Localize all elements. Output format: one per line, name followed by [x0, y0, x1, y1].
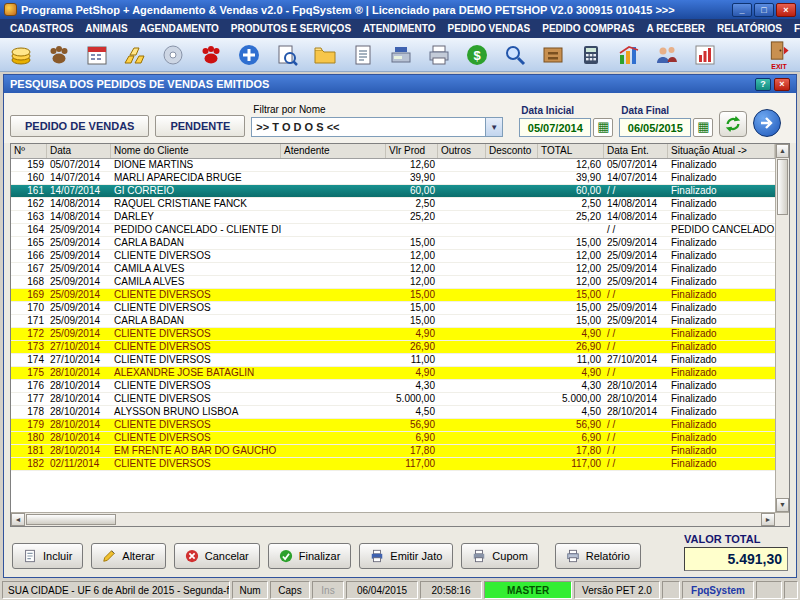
vertical-scrollbar[interactable]: ▲ ▼ — [775, 144, 789, 512]
clients-people-icon[interactable] — [652, 40, 682, 70]
table-row[interactable]: 16014/07/2014MARLI APARECIDA BRUGE39,903… — [11, 172, 775, 185]
table-row[interactable]: 16314/08/2014DARLEY25,2025,2014/08/2014F… — [11, 211, 775, 224]
table-row[interactable]: 17125/09/2014CARLA BADAN15,0015,0025/09/… — [11, 315, 775, 328]
table-row[interactable]: 16925/09/2014CLIENTE DIVERSOS15,0015,00/… — [11, 289, 775, 302]
col-data-ent[interactable]: Data Ent. — [604, 144, 668, 158]
scroll-down-icon[interactable]: ▼ — [776, 498, 789, 512]
chevron-down-icon[interactable]: ▼ — [485, 118, 502, 136]
col-desconto[interactable]: Desconto — [486, 144, 538, 158]
calendar-icon[interactable]: ▦ — [693, 118, 713, 137]
calendar-icon[interactable]: ▦ — [593, 118, 613, 137]
panel-close-icon[interactable]: × — [774, 78, 790, 91]
table-row[interactable]: 16214/08/2014RAQUEL CRISTIANE FANCK2,502… — [11, 198, 775, 211]
menu-item-relatorios[interactable]: RELATÓRIOS — [711, 23, 788, 34]
cupom-button[interactable]: Cupom — [461, 543, 538, 569]
search-document-icon[interactable] — [272, 40, 302, 70]
relatorio-button[interactable]: Relatório — [555, 543, 641, 569]
drawer-icon[interactable] — [538, 40, 568, 70]
alterar-button[interactable]: Alterar — [91, 543, 165, 569]
menu-item-produtos-servicos[interactable]: PRODUTOS E SERVIÇOS — [225, 23, 357, 34]
date-start-input[interactable]: 05/07/2014 — [519, 118, 591, 137]
status-date: 06/04/2015 — [346, 581, 418, 599]
panel-help-icon[interactable]: ? — [755, 78, 771, 91]
media-disc-icon[interactable] — [158, 40, 188, 70]
orders-folder-icon[interactable] — [310, 40, 340, 70]
scroll-up-icon[interactable]: ▲ — [776, 144, 789, 158]
resize-grip[interactable] — [784, 581, 798, 599]
menu-item-cadastros[interactable]: CADASTROS — [4, 23, 79, 34]
table-row[interactable]: 17728/10/2014CLIENTE DIVERSOS5.000,005.0… — [11, 393, 775, 406]
cancelar-button[interactable]: Cancelar — [174, 543, 260, 569]
table-row[interactable]: 16725/09/2014CAMILA ALVES12,0012,0025/09… — [11, 263, 775, 276]
table-row[interactable]: 17828/10/2014ALYSSON BRUNO LISBOA4,504,5… — [11, 406, 775, 419]
finalizar-button[interactable]: Finalizar — [268, 543, 352, 569]
table-row[interactable]: 17025/09/2014CLIENTE DIVERSOS15,0015,002… — [11, 302, 775, 315]
menu-item-animais[interactable]: ANIMAIS — [79, 23, 133, 34]
horizontal-scrollbar[interactable]: ◄ ► — [11, 512, 789, 526]
table-row[interactable]: 17225/09/2014CLIENTE DIVERSOS4,904,90/ /… — [11, 328, 775, 341]
cell-n: 164 — [11, 224, 47, 236]
receivables-dollar-icon[interactable]: $ — [462, 40, 492, 70]
printer-icon[interactable] — [424, 40, 454, 70]
date-end-input[interactable]: 06/05/2015 — [619, 118, 691, 137]
table-row[interactable]: 17928/10/2014CLIENTE DIVERSOS56,9056,90/… — [11, 419, 775, 432]
menu-item-pedido-compras[interactable]: PEDIDO COMPRAS — [536, 23, 640, 34]
col-total[interactable]: TOTAL — [538, 144, 604, 158]
col-outros[interactable]: Outros — [438, 144, 486, 158]
table-row[interactable]: 17427/10/2014CLIENTE DIVERSOS11,0011,002… — [11, 354, 775, 367]
go-button[interactable] — [753, 109, 781, 137]
animals-paw-icon[interactable] — [44, 40, 74, 70]
table-row[interactable]: 18128/10/2014EM FRENTE AO BAR DO GAUCHO1… — [11, 445, 775, 458]
table-row[interactable]: 18028/10/2014CLIENTE DIVERSOS6,906,90/ /… — [11, 432, 775, 445]
tab-pedido-de-vendas[interactable]: PEDIDO DE VENDAS — [10, 115, 149, 137]
table-row[interactable]: 16825/09/2014CAMILA ALVES12,0012,0025/09… — [11, 276, 775, 289]
filter-name-select[interactable]: >> T O D O S << ▼ — [251, 117, 503, 137]
table-row[interactable]: 15905/07/2014DIONE MARTINS12,6012,6005/0… — [11, 159, 775, 172]
vet-add-icon[interactable] — [234, 40, 264, 70]
exit-door-icon[interactable]: EXIT — [764, 40, 794, 70]
reports-chart-icon[interactable] — [690, 40, 720, 70]
col-cliente[interactable]: Nome do Cliente — [111, 144, 281, 158]
table-row[interactable]: 17528/10/2014ALEXANDRE JOSE BATAGLIN4,90… — [11, 367, 775, 380]
col-data[interactable]: Data — [47, 144, 111, 158]
menu-item-agendamento[interactable]: AGENDAMENTO — [134, 23, 225, 34]
tab-pendente[interactable]: PENDENTE — [155, 115, 245, 137]
maximize-icon[interactable]: □ — [754, 3, 774, 17]
table-row[interactable]: 17327/10/2014CLIENTE DIVERSOS26,9026,90/… — [11, 341, 775, 354]
sales-coins-icon[interactable] — [6, 40, 36, 70]
menu-item-pedido-vendas[interactable]: PEDIDO VENDAS — [441, 23, 536, 34]
table-row[interactable]: 17628/10/2014CLIENTE DIVERSOS4,304,3028/… — [11, 380, 775, 393]
refresh-button[interactable] — [719, 111, 747, 137]
cash-register-icon[interactable] — [386, 40, 416, 70]
horizontal-scroll-thumb[interactable] — [26, 514, 116, 525]
table-row[interactable]: 16525/09/2014CARLA BADAN15,0015,0025/09/… — [11, 237, 775, 250]
calculator-icon[interactable] — [576, 40, 606, 70]
search-icon[interactable] — [500, 40, 530, 70]
cell-ent: 28/10/2014 — [604, 380, 668, 392]
finance-chart-icon[interactable] — [614, 40, 644, 70]
minimize-icon[interactable]: _ — [732, 3, 752, 17]
table-row[interactable]: 16425/09/2014PEDIDO CANCELADO - CLIENTE … — [11, 224, 775, 237]
col-situacao[interactable]: Situação Atual -> — [668, 144, 775, 158]
col-vlr-prod[interactable]: Vlr Prod — [386, 144, 438, 158]
close-icon[interactable]: × — [776, 3, 796, 17]
emitir-jato-button[interactable]: Emitir Jato — [359, 543, 453, 569]
vertical-scroll-thumb[interactable] — [777, 159, 788, 215]
incluir-button[interactable]: Incluir — [12, 543, 83, 569]
gold-bars-icon[interactable] — [120, 40, 150, 70]
col-atendente[interactable]: Atendente — [281, 144, 386, 158]
table-row[interactable]: 18202/11/2014CLIENTE DIVERSOS117,00117,0… — [11, 458, 775, 471]
purchase-document-icon[interactable] — [348, 40, 378, 70]
table-row[interactable]: 16114/07/2014GI CORREIO60,0060,00/ /Fina… — [11, 185, 775, 198]
agenda-calendar-icon[interactable] — [82, 40, 112, 70]
cell-vlr: 15,00 — [386, 289, 438, 301]
attendance-paw-icon[interactable] — [196, 40, 226, 70]
col-numero[interactable]: Nº — [11, 144, 47, 158]
scroll-right-icon[interactable]: ► — [761, 513, 775, 526]
menu-item-ferramentas[interactable]: FERRAMENTAS — [788, 23, 800, 34]
table-row[interactable]: 16625/09/2014CLIENTE DIVERSOS12,0012,002… — [11, 250, 775, 263]
scroll-left-icon[interactable]: ◄ — [11, 513, 25, 526]
menu-item-a-receber[interactable]: A RECEBER — [641, 23, 712, 34]
cell-n: 182 — [11, 458, 47, 470]
menu-item-atendimento[interactable]: ATENDIMENTO — [357, 23, 441, 34]
